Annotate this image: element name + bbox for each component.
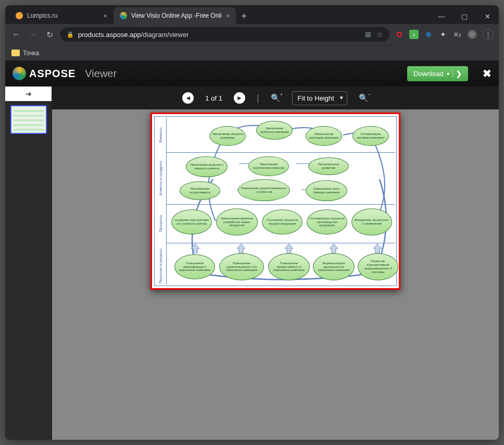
bookmarks-bar: Точка — [5, 45, 499, 60]
close-window-button[interactable]: ✕ — [476, 8, 499, 24]
tab-title: View Visio Online App -Free Onli — [131, 12, 222, 19]
window-titlebar: Lumpics.ru × View Visio Online App -Free… — [5, 5, 499, 24]
diagram-node: Региональное развитие — [308, 157, 349, 175]
close-icon[interactable]: × — [226, 12, 230, 20]
new-tab-button[interactable]: + — [236, 9, 252, 24]
diagram-node: Расширение ассортимента — [180, 181, 220, 200]
close-icon[interactable]: × — [103, 12, 107, 20]
diagram-node: Повышение эффективност и персонала компа… — [268, 253, 310, 280]
extension-playlist-icon[interactable]: ≡♪ — [453, 30, 462, 39]
close-file-button[interactable]: ✖ — [483, 67, 492, 80]
diagram-node: Создание корпоративн ого учебного центра — [171, 209, 212, 234]
diagram-node: Оптимизация активов компании — [352, 126, 389, 146]
folder-icon — [11, 50, 20, 56]
thumbnail-sidebar: ➔ — [5, 86, 52, 440]
brand-name: ASPOSE — [29, 68, 75, 80]
arrow-up-icon — [373, 244, 382, 253]
extension-globe-icon[interactable]: ⊕ — [424, 30, 433, 39]
url-text: products.aspose.app/diagram/viewer — [78, 31, 188, 39]
arrow-up-icon — [285, 244, 293, 253]
diagram-node: Повышение силы бренда компании — [306, 180, 347, 201]
caret-down-icon: ▾ — [447, 71, 449, 77]
brand-logo[interactable]: ASPOSE — [12, 67, 75, 80]
collapse-sidebar-button[interactable]: ➔ — [5, 86, 52, 101]
back-button[interactable]: ← — [10, 30, 22, 39]
extension-music-icon[interactable]: ♪ — [409, 30, 419, 39]
app-section-label: Viewer — [85, 68, 117, 80]
diagram-node: Повышение квалификаци и персонала компан… — [174, 254, 215, 279]
diagram-node: Повышение удовлетворенност и клиентов — [238, 179, 290, 201]
document-page: Финансы Клиенты и продукты Процессы Перс… — [150, 113, 400, 290]
lane-label: Клиенты и продукты — [156, 153, 165, 203]
lane-label: Персонал и ресурсы — [156, 244, 165, 288]
diagram-node: Увеличение прибыли компании — [256, 121, 293, 140]
viewer-toolbar: ◄ 1 of 1 ► | 🔍+ Fit to Height 🔍− — [52, 86, 499, 109]
toolbar-separator: | — [257, 93, 259, 104]
diagram-node: Уменьшение расходов компании — [306, 126, 342, 146]
extension-opera-icon[interactable]: O — [395, 30, 404, 39]
menu-icon[interactable]: ⋮ — [482, 29, 494, 40]
minimize-button[interactable]: — — [430, 8, 453, 24]
lock-icon: 🔒 — [67, 31, 74, 38]
star-icon[interactable]: ☆ — [376, 30, 383, 39]
forward-button[interactable]: → — [27, 30, 39, 39]
arrow-up-icon — [330, 244, 338, 253]
favicon-icon — [120, 12, 127, 19]
download-button[interactable]: Download ▾ ❯ — [407, 66, 468, 81]
diagram-node: Оптимизация процесса производства продук… — [307, 209, 347, 234]
page-thumbnail[interactable] — [10, 105, 47, 134]
reload-button[interactable]: ↻ — [44, 30, 55, 40]
arrow-up-icon — [191, 244, 199, 253]
diagram-node: Увеличение оборота компании — [209, 126, 246, 146]
diagram-node: Увеличение выручки с каждого клиента — [186, 156, 228, 177]
lane-label: Финансы — [156, 119, 165, 151]
diagram-node: Уменьшение времени разработки новых прод… — [216, 208, 258, 236]
extensions-icon[interactable]: ✦ — [438, 30, 448, 39]
diagram-node: Внедрение процессног о управления — [351, 208, 392, 236]
diagram-node: Развитие корпоративной информационно й с… — [358, 253, 398, 280]
next-page-button[interactable]: ► — [234, 92, 245, 104]
favicon-icon — [16, 12, 23, 19]
arrow-up-icon — [237, 244, 245, 253]
document-canvas[interactable]: Финансы Клиенты и продукты Процессы Перс… — [52, 109, 499, 440]
url-input[interactable]: 🔒 products.aspose.app/diagram/viewer ⊞ ☆ — [60, 27, 389, 42]
browser-tab-lumpics[interactable]: Lumpics.ru × — [9, 7, 114, 24]
diagram-node: Формализация деятельности персонала комп… — [313, 253, 355, 280]
bookmark-item[interactable]: Точка — [23, 50, 39, 57]
diagram-node: Улучшение процесса продаж продукции — [262, 209, 303, 234]
lane-label: Процессы — [156, 205, 165, 242]
prev-page-button[interactable]: ◄ — [182, 92, 194, 104]
logo-swirl-icon — [12, 67, 26, 80]
browser-tab-aspose[interactable]: View Visio Online App -Free Onli × — [114, 7, 236, 24]
profile-avatar[interactable] — [468, 30, 477, 39]
fit-mode-select[interactable]: Fit to Height — [292, 91, 347, 105]
download-label: Download — [413, 70, 444, 78]
zoom-out-button[interactable]: 🔍− — [359, 93, 369, 103]
chevron-right-icon: ❯ — [452, 70, 462, 78]
maximize-button[interactable]: ▢ — [453, 8, 476, 24]
diagram-node: Повышение удовлетворенно сти персонала к… — [219, 253, 264, 280]
address-bar: ← → ↻ 🔒 products.aspose.app/diagram/view… — [5, 24, 499, 45]
tab-title: Lumpics.ru — [27, 12, 58, 19]
zoom-in-button[interactable]: 🔍+ — [271, 93, 281, 103]
translate-icon[interactable]: ⊞ — [365, 30, 371, 39]
app-header: ASPOSE Viewer Download ▾ ❯ ✖ — [5, 60, 499, 86]
diagram-node: Увеличение количества клиентов — [248, 156, 289, 176]
page-indicator: 1 of 1 — [205, 94, 222, 102]
